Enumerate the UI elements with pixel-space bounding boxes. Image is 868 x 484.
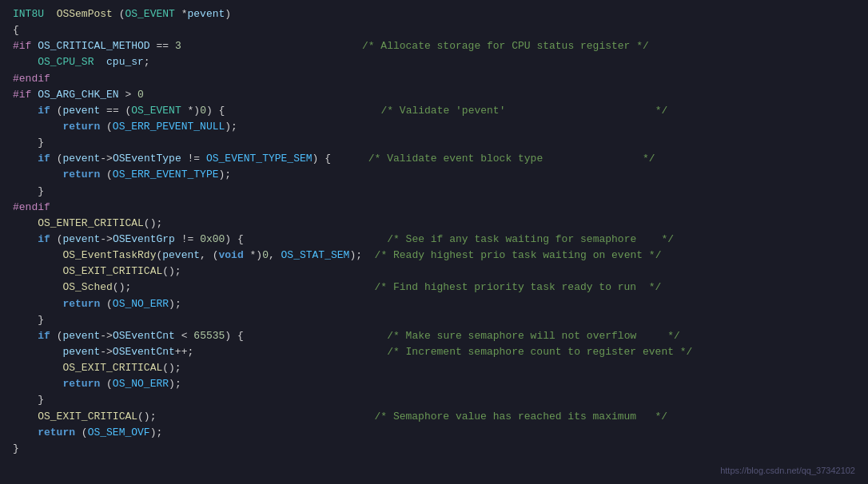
code-line-22: } [13, 312, 855, 328]
code-line-9: if (pevent == (OS_EVENT *)0) { /* Valida… [13, 103, 855, 119]
code-line-27: } [13, 392, 855, 408]
code-line-17: if (pevent->OSEventGrp != 0x00) { /* See… [13, 232, 855, 248]
code-line-23: if (pevent->OSEventCnt < 65535) { /* Mak… [13, 328, 855, 344]
code-line-28: OS_EXIT_CRITICAL(); /* Semaphore value h… [13, 409, 855, 425]
code-line-14: } [13, 184, 855, 200]
code-line-3: #if OS_CRITICAL_METHOD == 3 /* Allocate … [13, 38, 855, 54]
code-line-26: return (OS_NO_ERR); [13, 376, 855, 392]
code-line-8: #if OS_ARG_CHK_EN > 0 [13, 87, 855, 103]
code-line-10: return (OS_ERR_PEVENT_NULL); [13, 119, 855, 135]
code-line-21: return (OS_NO_ERR); [13, 296, 855, 312]
watermark-text: https://blog.csdn.net/qq_37342102 [720, 464, 855, 478]
code-line-30: } [13, 441, 855, 457]
code-line-24: pevent->OSEventCnt++; /* Increment semap… [13, 344, 855, 360]
code-line-2: { [13, 22, 855, 38]
code-line-16: OS_ENTER_CRITICAL(); [13, 216, 855, 232]
code-line-15: #endif [13, 200, 855, 216]
code-line-29: return (OS_SEM_OVF); [13, 425, 855, 441]
code-line-5: #endif [13, 71, 855, 87]
code-line-19: OS_EXIT_CRITICAL(); [13, 264, 855, 280]
code-line-12: if (pevent->OSEventType != OS_EVENT_TYPE… [13, 151, 855, 167]
code-line-11: } [13, 135, 855, 151]
code-editor: INT8U OSSemPost (OS_EVENT *pevent) { #if… [0, 0, 868, 484]
code-line-1: INT8U OSSemPost (OS_EVENT *pevent) [13, 6, 855, 22]
code-line-18: OS_EventTaskRdy(pevent, (void *)0, OS_ST… [13, 248, 855, 264]
code-line-20: OS_Sched(); /* Find highest priority tas… [13, 280, 855, 296]
code-line-13: return (OS_ERR_EVENT_TYPE); [13, 167, 855, 183]
code-line-25: OS_EXIT_CRITICAL(); [13, 360, 855, 376]
code-line-4: OS_CPU_SR cpu_sr; [13, 54, 855, 70]
